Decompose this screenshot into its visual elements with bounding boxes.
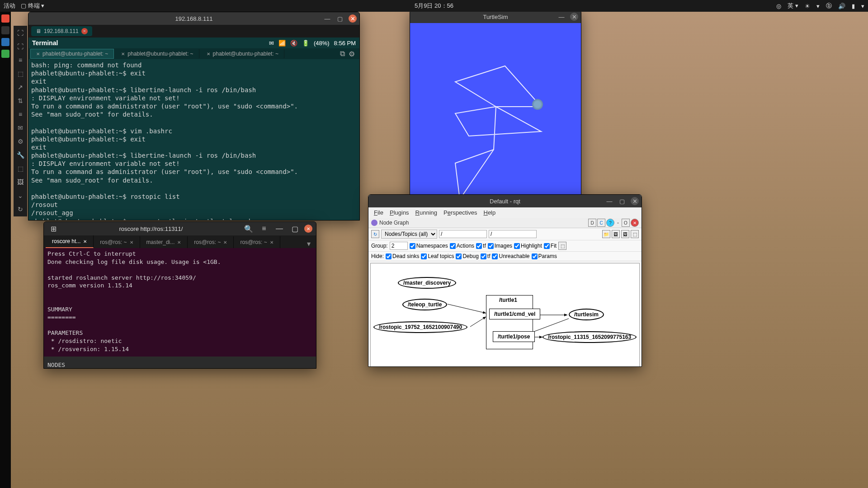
titlebar[interactable]: 192.168.8.111 — ▢ ✕ bbox=[28, 12, 359, 25]
terminal-output[interactable]: bash: ping: command not found phablet@ub… bbox=[28, 59, 359, 221]
toolbar-icon[interactable]: 🖼 bbox=[621, 230, 629, 238]
maximize-button[interactable]: ▢ bbox=[336, 14, 344, 23]
battery-icon[interactable]: ▮ bbox=[852, 3, 855, 9]
activities-button[interactable]: 活动 bbox=[4, 2, 15, 10]
tab-close-icon[interactable]: ✕ bbox=[207, 52, 210, 56]
terminal-tab[interactable]: roscore ht...✕ bbox=[46, 235, 94, 248]
minimize-button[interactable]: — bbox=[274, 223, 285, 235]
tab-close-icon[interactable]: ✕ bbox=[223, 240, 227, 245]
terminal-tab[interactable]: ✕phablet@ubuntu-phablet: ~ bbox=[30, 49, 114, 59]
dock-app2-icon[interactable] bbox=[1, 50, 9, 58]
wifi-icon[interactable]: ▾ bbox=[816, 3, 820, 9]
sidebar-icon[interactable]: ⛶ bbox=[16, 42, 25, 51]
tab-close-icon[interactable]: ✕ bbox=[121, 52, 125, 56]
titlebar[interactable]: Default - rqt — ▢ ✕ bbox=[368, 195, 642, 207]
topic-cmdvel[interactable]: /turtle1/cmd_vel bbox=[489, 309, 540, 319]
tab-close-icon[interactable]: ✕ bbox=[81, 28, 88, 34]
terminal-tab[interactable]: ros@ros: ~✕ bbox=[234, 236, 280, 248]
check-actions[interactable]: Actions bbox=[450, 243, 474, 249]
terminal-output[interactable]: Press Ctrl-C to interrupt Done checking … bbox=[44, 248, 316, 357]
sidebar-icon[interactable]: ≡ bbox=[16, 56, 25, 65]
search-icon[interactable]: 🔍 bbox=[243, 223, 255, 235]
toolbar-icon[interactable]: 📁 bbox=[602, 230, 610, 238]
check-fit[interactable]: Fit bbox=[544, 243, 557, 249]
minimize-button[interactable]: — bbox=[605, 197, 613, 205]
node-graph-canvas[interactable]: /master_discovery /teleop_turtle /rostop… bbox=[370, 263, 640, 367]
node-master[interactable]: /master_discovery bbox=[398, 277, 456, 289]
settings-icon[interactable]: ⚙ bbox=[349, 50, 355, 58]
copy-icon[interactable]: ⧉ bbox=[340, 50, 345, 58]
tab-close-icon[interactable]: ✕ bbox=[177, 240, 181, 245]
check-unreachable[interactable]: Unreachable bbox=[492, 253, 529, 259]
sidebar-icon[interactable]: ✉ bbox=[16, 123, 25, 132]
sidebar-icon[interactable]: 🔧 bbox=[16, 150, 25, 160]
dock-chrome-icon[interactable] bbox=[1, 14, 9, 23]
check-tf2[interactable]: tf bbox=[481, 253, 491, 259]
namespace-input-2[interactable] bbox=[489, 230, 537, 238]
toolbar-icon[interactable]: ⬚ bbox=[631, 230, 639, 238]
sidebar-icon[interactable]: ⚙ bbox=[16, 137, 25, 146]
terminal-tab[interactable]: ros@ros: ~✕ bbox=[94, 236, 140, 248]
tab-close-icon[interactable]: ✕ bbox=[130, 240, 133, 245]
refresh-icon[interactable]: ↻ bbox=[371, 230, 379, 238]
a11y-icon[interactable]: ◎ bbox=[776, 3, 781, 9]
filter-dropdown[interactable]: Nodes/Topics (all) bbox=[381, 230, 437, 239]
dock-terminal-icon[interactable] bbox=[1, 26, 9, 34]
volume-icon[interactable]: 🔇 bbox=[290, 40, 297, 47]
panel-btn[interactable]: C bbox=[597, 219, 605, 227]
system-menu-caret[interactable]: ▾ bbox=[861, 3, 864, 9]
maximize-button[interactable]: ▢ bbox=[289, 223, 301, 235]
new-tab-icon[interactable]: ⊞ bbox=[47, 223, 59, 235]
tab-close-icon[interactable]: ✕ bbox=[36, 52, 40, 56]
sidebar-icon[interactable]: ⬚ bbox=[16, 164, 25, 173]
fit-button[interactable]: ⬚ bbox=[558, 242, 566, 250]
menu-icon[interactable]: ≡ bbox=[258, 223, 270, 235]
close-button[interactable]: ✕ bbox=[304, 225, 312, 233]
bluetooth-icon[interactable]: ⓑ bbox=[826, 2, 832, 10]
clock[interactable]: 5月9日 20：56 bbox=[415, 2, 453, 10]
battery-icon[interactable]: 🔋 bbox=[302, 40, 309, 47]
connection-tab[interactable]: 🖥 192.168.8.111 ✕ bbox=[31, 26, 92, 36]
volume-icon[interactable]: 🔊 bbox=[838, 3, 845, 9]
sidebar-icon[interactable]: 🖼 bbox=[16, 178, 25, 187]
check-images[interactable]: Images bbox=[488, 243, 512, 249]
menu-plugins[interactable]: Plugins bbox=[387, 208, 412, 217]
minimize-button[interactable]: — bbox=[557, 13, 566, 21]
sidebar-icon[interactable]: ↻ bbox=[16, 205, 25, 214]
node-teleop[interactable]: /teleop_turtle bbox=[402, 299, 447, 310]
maximize-button[interactable]: ▢ bbox=[618, 197, 626, 205]
menu-help[interactable]: Help bbox=[481, 208, 498, 217]
input-lang[interactable]: 英 ▾ bbox=[788, 2, 798, 10]
titlebar[interactable]: TurtleSim — ✕ bbox=[410, 10, 581, 23]
sidebar-icon[interactable]: ≡ bbox=[16, 110, 25, 119]
node-rostopic2[interactable]: /rostopic_11315_1652099775163 bbox=[542, 331, 637, 343]
brightness-icon[interactable]: ☀ bbox=[805, 3, 810, 9]
sidebar-icon[interactable]: ⬚ bbox=[16, 69, 25, 78]
toolbar-icon[interactable]: 🖼 bbox=[612, 230, 620, 238]
app-menu[interactable]: ▢ 终端 ▾ bbox=[21, 2, 44, 10]
close-button[interactable]: ✕ bbox=[631, 197, 639, 205]
terminal-tab[interactable]: ✕phablet@ubuntu-phablet: ~ bbox=[116, 49, 199, 58]
sidebar-icon[interactable]: ⌄ bbox=[16, 191, 25, 200]
topic-pose[interactable]: /turtle1/pose bbox=[493, 331, 535, 342]
terminal-tab[interactable]: ✕phablet@ubuntu-phablet: ~ bbox=[201, 49, 284, 58]
menu-running[interactable]: Running bbox=[413, 208, 440, 217]
terminal-tab[interactable]: ros@ros: ~✕ bbox=[188, 236, 234, 248]
panel-btn[interactable]: D bbox=[588, 219, 596, 227]
tab-close-icon[interactable]: ✕ bbox=[270, 240, 274, 245]
sidebar-icon[interactable]: ⇅ bbox=[16, 96, 25, 105]
check-params[interactable]: Params bbox=[532, 253, 557, 259]
wifi-icon[interactable]: 📶 bbox=[278, 40, 286, 47]
group-spinner[interactable] bbox=[390, 242, 408, 250]
sidebar-icon[interactable]: ⛶ bbox=[16, 28, 25, 38]
check-debug[interactable]: Debug bbox=[456, 253, 478, 259]
check-namespaces[interactable]: Namespaces bbox=[410, 243, 448, 249]
terminal-tab[interactable]: master_di...✕ bbox=[140, 236, 188, 248]
tab-close-icon[interactable]: ✕ bbox=[83, 239, 87, 244]
minimize-button[interactable]: — bbox=[323, 14, 331, 23]
namespace-input-1[interactable] bbox=[439, 230, 487, 238]
panel-close-icon[interactable]: ✕ bbox=[631, 219, 639, 227]
mail-icon[interactable]: ✉ bbox=[269, 40, 274, 47]
close-button[interactable]: ✕ bbox=[349, 14, 357, 23]
node-turtlesim[interactable]: /turtlesim bbox=[569, 309, 604, 320]
